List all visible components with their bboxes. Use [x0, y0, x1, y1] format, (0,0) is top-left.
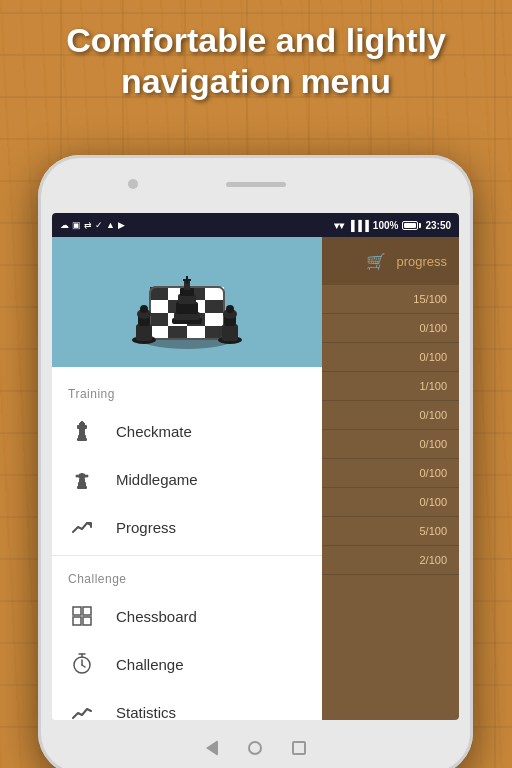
recents-button[interactable]: [292, 741, 306, 755]
svg-rect-14: [205, 313, 224, 326]
menu-item-chessboard[interactable]: Chessboard: [52, 592, 322, 640]
progress-row-2: 0/100: [322, 343, 459, 372]
chess-logo-svg: [122, 242, 252, 362]
trend-icon: [68, 515, 96, 539]
back-button[interactable]: [206, 740, 218, 756]
nav-drawer: Training: [52, 237, 322, 720]
svg-line-64: [82, 665, 85, 667]
statistics-icon: [68, 700, 96, 720]
progress-row-8: 5/100: [322, 517, 459, 546]
app-header: Comfortable and lightly navigation menu: [0, 20, 512, 102]
chessboard-label: Chessboard: [116, 608, 197, 625]
battery-body: [402, 221, 418, 230]
progress-header-label: progress: [396, 254, 447, 269]
svg-point-56: [79, 474, 82, 477]
phone-mockup: ☁ ▣ ⇄ ✓ ▲ ▶ ▾▾ ▐▐▐ 100% 23:50: [38, 155, 473, 768]
screen-content: Training: [52, 237, 459, 720]
progress-rows: 15/100 0/100 0/100 1/100 0/100 0/100 0/1…: [322, 285, 459, 720]
progress-row-3: 1/100: [322, 372, 459, 401]
challenge-section-label: Challenge: [52, 560, 322, 592]
phone-screen: ☁ ▣ ⇄ ✓ ▲ ▶ ▾▾ ▐▐▐ 100% 23:50: [52, 213, 459, 720]
menu-item-middlegame[interactable]: Middlegame: [52, 455, 322, 503]
progress-row-1: 0/100: [322, 314, 459, 343]
progress-row-7: 0/100: [322, 488, 459, 517]
svg-rect-59: [83, 607, 91, 615]
chess-logo: [122, 242, 252, 362]
menu-item-checkmate[interactable]: Checkmate: [52, 407, 322, 455]
svg-rect-47: [80, 422, 81, 423]
alert-icon: ▲: [106, 220, 115, 230]
svg-marker-55: [77, 473, 87, 478]
play-icon: ▶: [118, 220, 125, 230]
svg-rect-7: [150, 300, 168, 313]
svg-rect-11: [150, 313, 168, 326]
svg-rect-46: [81, 421, 83, 423]
progress-header: 🛒 progress: [322, 237, 459, 285]
drawer-header: [52, 237, 322, 367]
progress-row-5: 0/100: [322, 430, 459, 459]
svg-rect-45: [83, 423, 85, 426]
wifi-icon: ▾▾: [334, 220, 344, 231]
menu-item-challenge[interactable]: Challenge: [52, 640, 322, 688]
svg-rect-51: [79, 478, 85, 483]
headline: Comfortable and lightly navigation menu: [0, 20, 512, 102]
svg-rect-61: [83, 617, 91, 625]
timer-icon: [68, 652, 96, 676]
svg-point-32: [140, 305, 148, 313]
grid-icon: [68, 604, 96, 628]
speaker: [226, 182, 286, 187]
challenge-label: Challenge: [116, 656, 184, 673]
signal-icon: ▐▐▐: [348, 220, 369, 231]
menu-item-progress[interactable]: Progress: [52, 503, 322, 551]
svg-rect-34: [222, 324, 238, 341]
svg-rect-48: [83, 422, 84, 423]
menu-divider: [52, 555, 322, 556]
battery-icon: [402, 221, 421, 230]
status-icons-left: ☁ ▣ ⇄ ✓ ▲ ▶: [60, 220, 125, 230]
svg-point-37: [226, 305, 234, 313]
menu-item-statistics[interactable]: Statistics: [52, 688, 322, 720]
svg-rect-58: [73, 607, 81, 615]
svg-rect-27: [183, 279, 191, 281]
svg-rect-44: [79, 423, 81, 426]
progress-label: Progress: [116, 519, 176, 536]
clock: 23:50: [425, 220, 451, 231]
svg-rect-60: [73, 617, 81, 625]
progress-row-0: 15/100: [322, 285, 459, 314]
image-icon: ▣: [72, 220, 81, 230]
progress-row-9: 2/100: [322, 546, 459, 575]
battery-fill: [404, 223, 416, 228]
status-right: ▾▾ ▐▐▐ 100% 23:50: [334, 220, 451, 231]
king-icon: [68, 419, 96, 443]
home-button[interactable]: [248, 741, 262, 755]
queen-icon: [68, 467, 96, 491]
svg-rect-16: [168, 326, 187, 339]
statistics-label: Statistics: [116, 704, 176, 721]
progress-row-4: 0/100: [322, 401, 459, 430]
progress-panel: 🛒 progress 15/100 0/100 0/100 1/100 0/10…: [322, 237, 459, 720]
svg-point-57: [83, 474, 86, 477]
check-icon: ✓: [95, 220, 103, 230]
sync-icon: ⇄: [84, 220, 92, 230]
status-bar: ☁ ▣ ⇄ ✓ ▲ ▶ ▾▾ ▐▐▐ 100% 23:50: [52, 213, 459, 237]
svg-rect-17: [187, 326, 205, 339]
cart-icon[interactable]: 🛒: [366, 252, 386, 271]
middlegame-label: Middlegame: [116, 471, 198, 488]
training-section-label: Training: [52, 375, 322, 407]
front-camera: [128, 179, 138, 189]
phone-top-bar: [38, 155, 473, 213]
phone-bottom-nav: [38, 720, 473, 768]
svg-rect-29: [136, 324, 152, 341]
svg-rect-10: [205, 300, 224, 313]
cloud-icon: ☁: [60, 220, 69, 230]
battery-tip: [419, 223, 421, 228]
battery-percent: 100%: [373, 220, 399, 231]
progress-row-6: 0/100: [322, 459, 459, 488]
drawer-menu: Training: [52, 367, 322, 720]
checkmate-label: Checkmate: [116, 423, 192, 440]
